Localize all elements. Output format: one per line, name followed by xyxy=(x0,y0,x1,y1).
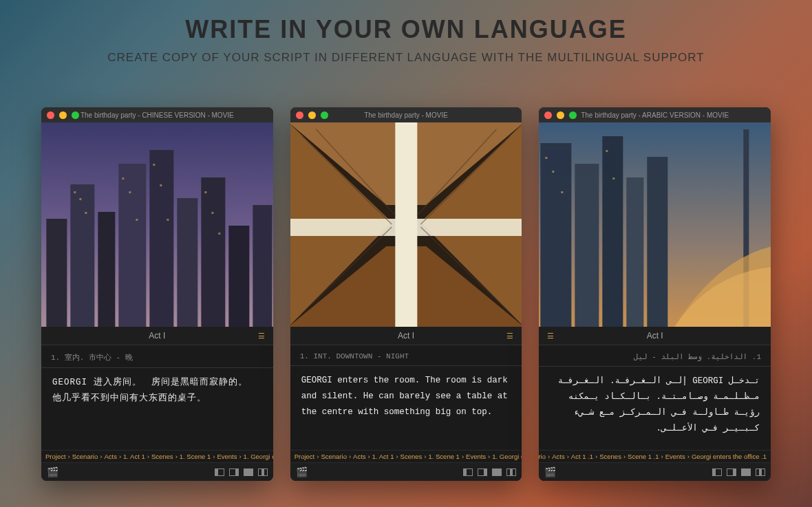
breadcrumb-item[interactable]: 1. Scene 1 xyxy=(180,453,211,460)
list-icon[interactable]: ☰ xyxy=(506,332,513,341)
svg-rect-14 xyxy=(129,191,131,193)
breadcrumb[interactable]: Georgi enters the office .1‹Events‹Scene… xyxy=(539,450,771,463)
breadcrumb-item[interactable]: Scene 1 .1 xyxy=(628,453,659,460)
headline: WRITE IN YOUR OWN LANGUAGE xyxy=(0,0,812,44)
svg-rect-37 xyxy=(575,164,599,327)
breadcrumb-item[interactable]: 1. Georgi enters the office xyxy=(244,453,273,460)
svg-rect-4 xyxy=(118,164,146,327)
script-body[interactable]: تـدخـل GEORGI إلـى الـغـرفـة. الـغـرفـة … xyxy=(539,367,771,450)
act-label: Act I xyxy=(149,331,165,341)
svg-rect-45 xyxy=(606,150,608,152)
layout-right-icon[interactable] xyxy=(727,468,736,476)
breadcrumb-item[interactable]: Acts xyxy=(353,453,365,460)
svg-rect-3 xyxy=(98,212,115,327)
close-icon[interactable] xyxy=(544,111,552,119)
breadcrumb-item[interactable]: Acts xyxy=(104,453,116,460)
breadcrumb-item[interactable]: Project xyxy=(295,453,315,460)
breadcrumb-item[interactable]: Scenes xyxy=(400,453,423,460)
zoom-icon[interactable] xyxy=(321,111,328,119)
list-icon[interactable]: ☰ xyxy=(258,332,265,341)
titlebar[interactable]: The birthday party - MOVIE xyxy=(290,107,522,122)
minimize-icon[interactable] xyxy=(557,111,564,119)
layout-center-icon[interactable] xyxy=(258,468,268,476)
windows-row: The birthday party - CHINESE VERSION - M… xyxy=(0,107,812,481)
script-body[interactable]: GEORGI 进入房间。 房间是黑暗而寂静的。 他几乎看不到中间有大东西的桌子。 xyxy=(41,368,273,450)
footer-toolbar: 🎬 xyxy=(539,463,771,481)
footer-toolbar: 🎬 xyxy=(41,463,273,481)
breadcrumb-item[interactable]: Georgi enters the office .1 xyxy=(692,453,767,460)
breadcrumb-item[interactable]: Scenes xyxy=(599,453,621,460)
minimize-icon[interactable] xyxy=(308,111,316,119)
breadcrumb-item[interactable]: Act 1 .1 xyxy=(571,453,593,460)
svg-rect-10 xyxy=(74,191,76,193)
list-icon[interactable]: ☰ xyxy=(547,332,554,341)
svg-rect-5 xyxy=(149,150,173,327)
layout-center-icon[interactable] xyxy=(506,468,516,476)
close-icon[interactable] xyxy=(47,111,54,119)
clapperboard-icon[interactable]: 🎬 xyxy=(544,466,556,477)
layout-full-icon[interactable] xyxy=(244,468,253,476)
svg-rect-12 xyxy=(85,212,87,214)
svg-rect-43 xyxy=(553,171,555,173)
layout-right-icon[interactable] xyxy=(478,468,487,476)
layout-center-icon[interactable] xyxy=(756,468,765,476)
scene-slug: 1. INT. DOWNTOWN - NIGHT xyxy=(290,345,522,366)
svg-rect-46 xyxy=(613,177,615,180)
svg-rect-17 xyxy=(160,184,162,186)
subheadline: CREATE COPY OF YOUR SCRIPT IN DIFFERENT … xyxy=(0,51,812,65)
titlebar[interactable]: The birthday party - CHINESE VERSION - M… xyxy=(41,107,273,122)
breadcrumb-item[interactable]: Scenario xyxy=(72,453,98,460)
zoom-icon[interactable] xyxy=(72,111,79,119)
zoom-icon[interactable] xyxy=(569,111,577,119)
layout-left-icon[interactable] xyxy=(463,468,473,476)
breadcrumb-item[interactable]: Events xyxy=(217,453,237,460)
layout-left-icon[interactable] xyxy=(712,468,722,476)
svg-rect-18 xyxy=(167,219,169,221)
act-bar: Act I ☰ xyxy=(41,327,273,345)
breadcrumb-item[interactable]: 1. Scene 1 xyxy=(428,453,459,460)
titlebar[interactable]: The birthday party - ARABIC VERSION - MO… xyxy=(539,107,771,122)
window-english: The birthday party - MOVIE Act I ☰ 1. IN… xyxy=(290,107,522,481)
svg-rect-21 xyxy=(218,233,220,235)
clapperboard-icon[interactable]: 🎬 xyxy=(47,466,58,477)
svg-rect-7 xyxy=(201,177,225,327)
breadcrumb-item[interactable]: Acts xyxy=(552,453,564,460)
breadcrumb-item[interactable]: 1. Act 1 xyxy=(372,453,394,460)
layout-full-icon[interactable] xyxy=(741,468,751,476)
breadcrumb-item[interactable]: Scenario xyxy=(321,453,347,460)
svg-rect-36 xyxy=(541,143,572,327)
breadcrumb-item[interactable]: Events xyxy=(665,453,685,460)
svg-rect-15 xyxy=(136,219,138,221)
svg-rect-20 xyxy=(211,212,213,214)
clapperboard-icon[interactable]: 🎬 xyxy=(296,466,308,477)
layout-right-icon[interactable] xyxy=(229,468,239,476)
act-bar: Act I ☰ xyxy=(539,327,771,345)
svg-rect-39 xyxy=(627,177,644,327)
breadcrumb-item[interactable]: Events xyxy=(466,453,486,460)
hero-image xyxy=(41,122,273,327)
breadcrumb[interactable]: Project›Scenario›Acts›1. Act 1›Scenes›1.… xyxy=(41,450,273,463)
svg-rect-9 xyxy=(253,205,272,327)
breadcrumb-item[interactable]: Scenario xyxy=(539,453,546,460)
breadcrumb-item[interactable]: Project xyxy=(45,453,66,460)
script-body[interactable]: GEORGI enters the room. The room is dark… xyxy=(290,366,522,450)
minimize-icon[interactable] xyxy=(59,111,67,119)
breadcrumb-item[interactable]: 1. Georgi enters the office xyxy=(492,453,522,460)
hero-image xyxy=(290,122,522,327)
svg-marker-28 xyxy=(290,219,522,236)
layout-left-icon[interactable] xyxy=(215,468,224,476)
breadcrumb-item[interactable]: 1. Act 1 xyxy=(123,453,145,460)
scene-slug: 1. الداخلية. وسط البلد - ليل xyxy=(539,345,771,367)
window-chinese: The birthday party - CHINESE VERSION - M… xyxy=(41,107,273,481)
footer-toolbar: 🎬 xyxy=(290,463,522,481)
hero-image xyxy=(539,122,771,327)
layout-full-icon[interactable] xyxy=(492,468,502,476)
svg-rect-6 xyxy=(177,198,197,327)
act-label: Act I xyxy=(647,331,663,341)
svg-rect-40 xyxy=(648,157,668,327)
svg-rect-44 xyxy=(562,191,564,193)
close-icon[interactable] xyxy=(296,111,303,119)
svg-rect-1 xyxy=(46,219,67,327)
breadcrumb-item[interactable]: Scenes xyxy=(151,453,173,460)
breadcrumb[interactable]: Project›Scenario›Acts›1. Act 1›Scenes›1.… xyxy=(290,450,522,463)
